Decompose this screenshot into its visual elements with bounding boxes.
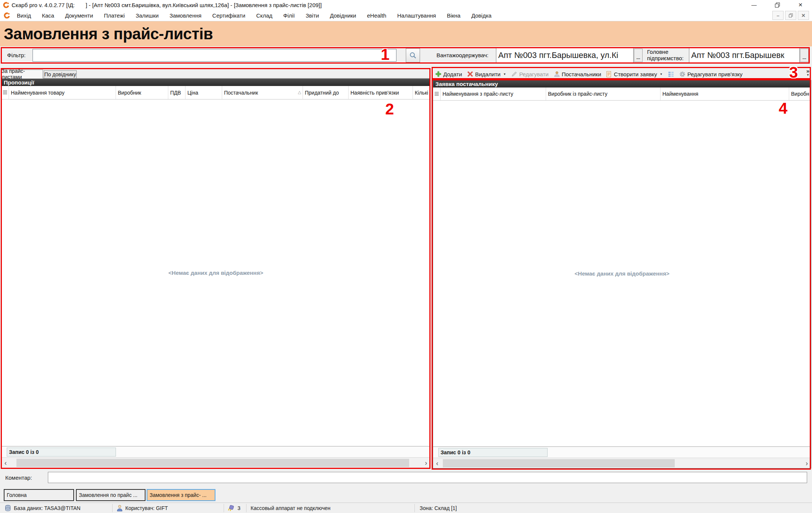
window-close-button[interactable]: ✕ xyxy=(789,0,812,10)
request-record-status: Запис 0 із 0 xyxy=(438,448,548,457)
status-bar: База даних: TASA3@TITAN Користувач: GIFT… xyxy=(0,503,812,513)
filter-label: Фільтр: xyxy=(7,52,26,58)
menu-item-zamovlennia[interactable]: Замовлення xyxy=(169,12,201,19)
window-title: Скарб pro v. 4.0.2.77 [ІД: ] - [Апт №003… xyxy=(12,2,322,8)
column-header-manufacturer-from-pricelist[interactable]: Виробник із прайс-листу xyxy=(546,87,661,100)
request-empty-text: <Немає даних для відображення> xyxy=(574,270,669,277)
offers-scroll-thumb[interactable] xyxy=(16,459,409,467)
task-tab-orders-from-price[interactable]: Замовлення з прайс- ... xyxy=(147,489,215,501)
request-scroll-thumb[interactable] xyxy=(443,459,675,467)
search-button[interactable] xyxy=(406,48,420,62)
edit-button[interactable]: Редагувати xyxy=(510,70,550,78)
mdi-restore-button[interactable] xyxy=(785,11,796,20)
request-toolbar: Додати Видалити ▼ Редагувати Постачальни… xyxy=(433,69,811,79)
status-separator xyxy=(112,504,113,512)
request-column-headers: Найменування з прайс-листу Виробник із п… xyxy=(433,87,811,101)
suppliers-button[interactable]: Постачальники xyxy=(552,70,603,78)
main-enterprise-label: Головне підприємство: xyxy=(647,49,686,61)
offers-grid[interactable]: <Немає даних для відображення> xyxy=(1,99,430,446)
overflow-chevron-icon: » xyxy=(806,69,809,73)
request-grid[interactable]: <Немає даних для відображення> xyxy=(433,101,811,446)
menu-item-dokumenty[interactable]: Документи xyxy=(65,12,93,19)
comment-input[interactable] xyxy=(48,472,807,483)
column-header-quantity[interactable]: Кількі xyxy=(413,86,430,99)
menu-item-sklad[interactable]: Склад xyxy=(256,12,272,19)
database-status: База даних: TASA3@TITAN xyxy=(14,505,80,511)
app-logo-icon xyxy=(3,2,9,8)
offers-horizontal-scrollbar[interactable]: ‹ › xyxy=(1,457,430,468)
create-request-button[interactable]: Створити заявку ▼ xyxy=(605,70,664,78)
delete-button[interactable]: Видалити ▼ xyxy=(466,70,508,78)
row-menu-icon[interactable] xyxy=(1,86,9,99)
overflow-dropdown-icon: ▼ xyxy=(806,73,809,77)
column-header-name[interactable]: Найменування xyxy=(661,87,789,100)
offers-header-bar: Пропозиції xyxy=(1,79,430,86)
create-request-dropdown-icon[interactable]: ▼ xyxy=(660,73,663,76)
main-enterprise-more-button[interactable]: ... xyxy=(800,49,809,62)
column-header-manufacturer2[interactable]: Виробн xyxy=(789,87,811,100)
offers-column-headers: Найменування товару Виробник ПДВ Ціна По… xyxy=(1,86,430,99)
menu-item-vyhid[interactable]: Вихід xyxy=(17,12,31,19)
column-header-binding[interactable]: Наявність прив'язки xyxy=(349,86,413,99)
columns-button[interactable] xyxy=(667,71,675,78)
menu-item-ehealth[interactable]: eHealth xyxy=(367,12,386,19)
menu-item-zvity[interactable]: Звіти xyxy=(306,12,319,19)
restore-icon xyxy=(775,3,780,7)
user-icon xyxy=(117,505,123,512)
request-header-bar: Заявка постачальнику xyxy=(433,80,811,87)
request-records-row: Запис 0 із 0 xyxy=(433,446,811,458)
column-header-name-from-pricelist[interactable]: Найменування з прайс-листу xyxy=(441,87,546,100)
mdi-minimize-button[interactable]: – xyxy=(772,11,784,20)
menu-item-sertyfikaty[interactable]: Сертифікати xyxy=(212,12,245,19)
consignee-more-button[interactable]: ... xyxy=(634,49,643,62)
menu-item-kasa[interactable]: Каса xyxy=(42,12,54,19)
window-minimize-button[interactable]: — xyxy=(742,0,766,10)
offers-grid-box: Пропозиції Найменування товару Виробник … xyxy=(1,79,430,468)
add-button[interactable]: Додати xyxy=(434,70,463,78)
database-icon xyxy=(4,505,11,512)
filter-input[interactable] xyxy=(33,49,396,62)
filter-row: Фільтр: Вантажоодержувач: Апт №003 пгт.Б… xyxy=(0,46,812,64)
request-horizontal-scrollbar[interactable]: ‹ › xyxy=(433,458,811,468)
column-header-valid-until[interactable]: Придатний до xyxy=(303,86,349,99)
toolbar-overflow-button[interactable]: » ▼ xyxy=(805,69,811,79)
menu-item-filii[interactable]: Філії xyxy=(283,12,295,19)
plus-icon xyxy=(435,71,441,77)
menu-item-vikna[interactable]: Вікна xyxy=(447,12,461,19)
status-separator xyxy=(224,504,224,512)
cash-register-status: Кассовый аппарат не подключен xyxy=(251,505,331,511)
menu-item-platezhi[interactable]: Платежі xyxy=(104,12,125,19)
column-header-supplier[interactable]: Постачальник △ xyxy=(222,86,303,99)
window-restore-button[interactable] xyxy=(766,0,789,10)
column-header-manufacturer[interactable]: Виробник xyxy=(116,86,168,99)
delete-dropdown-icon[interactable]: ▼ xyxy=(503,73,506,76)
row-menu-icon[interactable] xyxy=(433,87,441,100)
mdi-close-button[interactable]: ✕ xyxy=(798,11,809,20)
scroll-left-icon[interactable]: ‹ xyxy=(433,458,441,469)
scroll-right-icon[interactable]: › xyxy=(422,458,430,468)
column-header-price[interactable]: Ціна xyxy=(186,86,222,99)
consignee-field[interactable]: Апт №003 пгт.Барышевка, ул.Кі xyxy=(496,48,634,63)
menu-item-dovidnyky[interactable]: Довідники xyxy=(330,12,356,19)
menu-item-zalyshky[interactable]: Залишки xyxy=(136,12,159,19)
search-icon xyxy=(409,52,417,59)
column-header-vat[interactable]: ПДВ xyxy=(168,86,186,99)
task-tab-orders-by-price[interactable]: Замовлення по прайс ... xyxy=(76,489,145,501)
scroll-left-icon[interactable]: ‹ xyxy=(1,458,10,468)
connection-count: 3 xyxy=(238,505,240,511)
menu-item-nalashtuvannia[interactable]: Налаштування xyxy=(397,12,436,19)
tab-by-directory[interactable]: По довіднику xyxy=(44,70,77,79)
comment-label: Коментар: xyxy=(5,474,32,481)
menu-item-dovidka[interactable]: Довідка xyxy=(471,12,491,19)
scroll-right-icon[interactable]: › xyxy=(803,458,811,469)
main-enterprise-field[interactable]: Апт №003 пгт.Барышевк xyxy=(689,48,800,63)
menu-bar: Вихід Каса Документи Платежі Залишки Зам… xyxy=(0,10,812,21)
task-tab-home[interactable]: Головна xyxy=(4,489,74,501)
column-header-product-name[interactable]: Найменування товару xyxy=(9,86,116,99)
delete-x-icon xyxy=(467,71,473,77)
edit-binding-button[interactable]: Редагувати прив'язку xyxy=(678,70,744,78)
mdi-restore-icon xyxy=(789,13,793,18)
offers-record-status: Запис 0 із 0 xyxy=(7,448,116,457)
tab-by-price-lists[interactable]: За прайс-листами xyxy=(1,70,43,79)
consignee-label: Вантажоодержувач: xyxy=(436,52,488,58)
